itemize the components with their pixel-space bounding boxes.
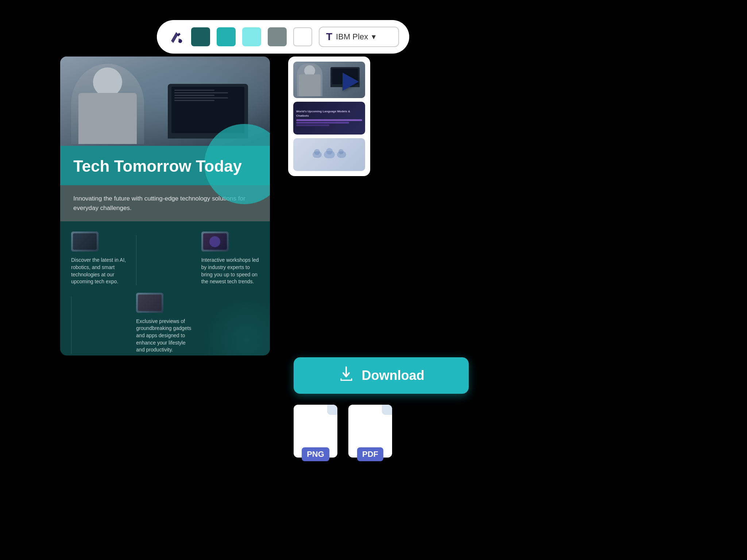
preview-slide-1[interactable]	[293, 62, 365, 98]
play-cursor[interactable]	[338, 69, 363, 94]
screen-line	[174, 95, 214, 96]
content-text-3: Exclusive previews of groundbreaking gad…	[136, 318, 194, 354]
poster-container: Tech Tomorrow Today Innovating the futur…	[60, 57, 270, 355]
color-swatch-light-teal[interactable]	[242, 27, 261, 46]
pdf-file-item[interactable]: PDF	[348, 405, 392, 458]
color-swatch-white[interactable]	[293, 27, 312, 46]
content-image-3	[136, 293, 163, 313]
screen-line	[174, 97, 228, 98]
font-t-icon: T	[326, 31, 332, 43]
divider-2	[71, 296, 71, 354]
content-image-2	[201, 232, 229, 252]
poster-content: Discover the latest in AI, robotics, and…	[60, 221, 270, 355]
content-text-1: Discover the latest in AI, robotics, and…	[71, 257, 129, 285]
color-swatch-dark-teal[interactable]	[191, 27, 210, 46]
slide-text-decoration	[296, 124, 329, 126]
screen-line	[174, 90, 214, 91]
content-column-3: Exclusive previews of groundbreaking gad…	[136, 293, 194, 354]
preview-slide-2[interactable]: World's Upcoming Language Models & Chatb…	[293, 102, 365, 135]
content-column-2: Interactive workshops led by industry ex…	[201, 232, 259, 285]
pdf-badge: PDF	[357, 447, 383, 461]
download-label: Download	[362, 368, 425, 383]
preview-slide-3[interactable]	[293, 138, 365, 171]
preview-card: World's Upcoming Language Models & Chatb…	[288, 57, 370, 176]
download-icon	[338, 366, 355, 385]
content-column-1: Discover the latest in AI, robotics, and…	[71, 232, 129, 285]
poster-hero: Tech Tomorrow Today	[60, 146, 270, 185]
preview-panel: World's Upcoming Language Models & Chatb…	[288, 57, 370, 176]
toolbar: T IBM Plex ▾	[157, 20, 409, 54]
divider-1	[136, 235, 136, 285]
content-image-1	[71, 232, 98, 252]
font-selector[interactable]: T IBM Plex ▾	[319, 27, 399, 47]
screen-line	[174, 100, 214, 101]
poster-title: Tech Tomorrow Today	[73, 158, 257, 175]
play-triangle-icon	[342, 73, 359, 91]
png-file-item[interactable]: PNG	[294, 405, 337, 458]
file-formats-section: PNG PDF	[294, 405, 392, 458]
download-button[interactable]: Download	[294, 357, 469, 394]
content-grid: Discover the latest in AI, robotics, and…	[71, 232, 259, 353]
font-name: IBM Plex	[336, 32, 368, 42]
png-badge: PNG	[302, 447, 329, 461]
slide-2-content: World's Upcoming Language Models & Chatb…	[293, 106, 365, 129]
slide-text-decoration	[296, 119, 362, 121]
chevron-down-icon: ▾	[372, 32, 376, 42]
screen-line	[174, 92, 228, 93]
color-swatch-teal[interactable]	[217, 27, 236, 46]
paint-bucket-icon[interactable]	[167, 28, 185, 46]
content-text-2: Interactive workshops led by industry ex…	[201, 257, 259, 285]
slide-text-decoration	[296, 122, 349, 124]
color-swatch-gray[interactable]	[268, 27, 287, 46]
